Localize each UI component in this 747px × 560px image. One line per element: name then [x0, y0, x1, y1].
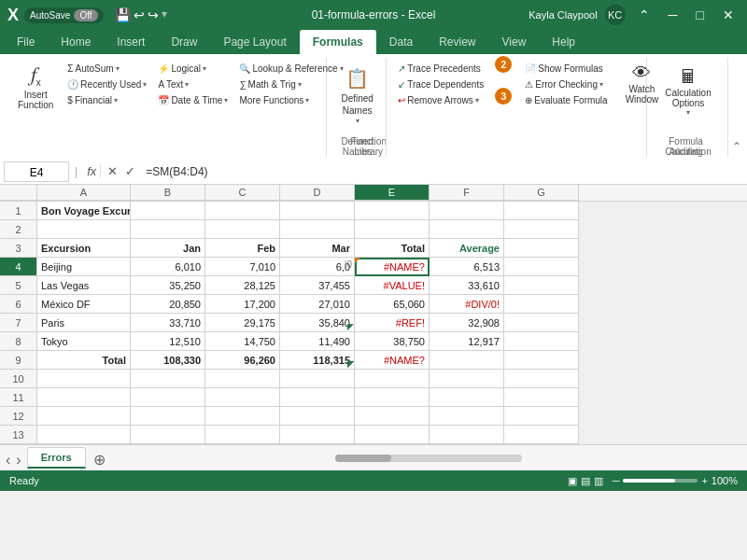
cell-e11[interactable] [355, 388, 430, 407]
text-button[interactable]: A Text ▾ [154, 77, 232, 91]
cell-f9[interactable] [430, 351, 504, 370]
cell-g13[interactable] [504, 426, 579, 444]
col-header-f[interactable]: F [430, 185, 504, 201]
cell-e12[interactable] [355, 407, 430, 426]
cell-e1[interactable] [355, 202, 430, 220]
autosave-toggle[interactable]: AutoSave Off [24, 7, 104, 23]
cell-a2[interactable] [37, 220, 131, 239]
cell-e13[interactable] [355, 426, 430, 444]
cell-c4[interactable]: 7,010 [205, 258, 280, 276]
cell-d7[interactable]: 35,840 ◤ [280, 314, 355, 332]
normal-view-btn[interactable]: ▣ [568, 475, 577, 487]
cell-f3[interactable]: Average [430, 239, 504, 258]
autosum-button[interactable]: Σ AutoSum ▾ [63, 62, 150, 76]
cell-a13[interactable] [37, 426, 131, 444]
cell-b6[interactable]: 20,850 [131, 295, 205, 314]
ribbon-toggle-btn[interactable]: ⌃ [633, 6, 655, 24]
cell-g11[interactable] [504, 388, 579, 407]
cell-f12[interactable] [430, 407, 504, 426]
autosum-dropdown[interactable]: ▾ [116, 64, 120, 73]
cell-e4[interactable]: #NAME? [355, 258, 430, 276]
name-box[interactable]: E4 [4, 161, 69, 182]
col-header-b[interactable]: B [131, 185, 205, 201]
autosave-state[interactable]: Off [74, 9, 97, 21]
cell-a10[interactable] [37, 370, 131, 388]
cell-d4[interactable]: 6,0 |0 [280, 258, 355, 276]
cell-a8[interactable]: Tokyo [37, 332, 131, 351]
cell-g6[interactable] [504, 295, 579, 314]
cell-g7[interactable] [504, 314, 579, 332]
cell-e8[interactable]: 38,750 [355, 332, 430, 351]
cell-d12[interactable] [280, 407, 355, 426]
cell-c8[interactable]: 14,750 [205, 332, 280, 351]
page-layout-btn[interactable]: ▤ [581, 475, 590, 487]
text-dropdown[interactable]: ▾ [185, 80, 189, 89]
error-checking-button[interactable]: ⚠ Error Checking ▾ [521, 77, 611, 91]
cell-g3[interactable] [504, 239, 579, 258]
cell-a4[interactable]: Beijing [37, 258, 131, 276]
more-functions-dropdown[interactable]: ▾ [305, 96, 309, 105]
cell-f8[interactable]: 12,917 [430, 332, 504, 351]
minimize-btn[interactable]: ─ [663, 6, 684, 24]
zoom-out-btn[interactable]: ─ [613, 475, 620, 486]
cell-b10[interactable] [131, 370, 205, 388]
tab-page-layout[interactable]: Page Layout [210, 30, 299, 54]
row-header-1[interactable]: 1 [0, 202, 37, 220]
row-header-7[interactable]: 7 [0, 314, 37, 332]
add-sheet-button[interactable]: ⊕ [88, 451, 111, 469]
cell-g4[interactable] [504, 258, 579, 276]
cell-f7[interactable]: 32,908 [430, 314, 504, 332]
cell-a11[interactable] [37, 388, 131, 407]
page-break-btn[interactable]: ▥ [594, 475, 603, 487]
tab-home[interactable]: Home [48, 30, 104, 54]
cell-a1[interactable]: Bon Voyage Excursions [37, 202, 131, 220]
row-header-5[interactable]: 5 [0, 276, 37, 295]
cell-a6[interactable]: México DF [37, 295, 131, 314]
col-header-a[interactable]: A [37, 185, 131, 201]
tab-help[interactable]: Help [539, 30, 588, 54]
row-header-3[interactable]: 3 [0, 239, 37, 258]
cell-c1[interactable] [205, 202, 280, 220]
cell-b13[interactable] [131, 426, 205, 444]
close-btn[interactable]: ✕ [717, 6, 740, 24]
sheet-nav-prev[interactable]: ‹ [6, 452, 10, 469]
cell-c5[interactable]: 28,125 [205, 276, 280, 295]
cell-b12[interactable] [131, 407, 205, 426]
cell-e2[interactable] [355, 220, 430, 239]
maximize-btn[interactable]: □ [691, 6, 710, 24]
cell-e3[interactable]: Total [355, 239, 430, 258]
row-header-10[interactable]: 10 [0, 370, 37, 388]
row-header-6[interactable]: 6 [0, 295, 37, 314]
cell-g5[interactable] [504, 276, 579, 295]
cell-g1[interactable] [504, 202, 579, 220]
cell-b9[interactable]: 108,330 [131, 351, 205, 370]
tab-review[interactable]: Review [426, 30, 488, 54]
cell-f11[interactable] [430, 388, 504, 407]
cell-a3[interactable]: Excursion [37, 239, 131, 258]
show-formulas-button[interactable]: 📄 Show Formulas [521, 62, 611, 76]
financial-button[interactable]: $ Financial ▾ [63, 93, 150, 107]
sheet-nav-next[interactable]: › [16, 452, 21, 469]
cell-f2[interactable] [430, 220, 504, 239]
cell-g8[interactable] [504, 332, 579, 351]
tab-view[interactable]: View [489, 30, 540, 54]
logical-button[interactable]: ⚡ Logical ▾ [154, 62, 232, 76]
sheet-tab-errors[interactable]: Errors [27, 447, 86, 469]
cell-c9[interactable]: 96,260 [205, 351, 280, 370]
tab-file[interactable]: File [4, 30, 48, 54]
col-header-d[interactable]: D [280, 185, 355, 201]
calculation-options-button[interactable]: 🖩 Calculation Options ▾ [655, 62, 722, 121]
cancel-formula-icon[interactable]: ✕ [105, 163, 120, 179]
tab-draw[interactable]: Draw [158, 30, 210, 54]
cell-g2[interactable] [504, 220, 579, 239]
cell-d5[interactable]: 37,455 [280, 276, 355, 295]
zoom-slider[interactable] [623, 479, 698, 483]
cell-e7[interactable]: #REF! [355, 314, 430, 332]
cell-d8[interactable]: 11,490 [280, 332, 355, 351]
cell-c3[interactable]: Feb [205, 239, 280, 258]
save-icon[interactable]: 💾 [115, 7, 131, 22]
financial-dropdown[interactable]: ▾ [114, 96, 118, 105]
row-header-2[interactable]: 2 [0, 220, 37, 239]
cell-b1[interactable] [131, 202, 205, 220]
evaluate-formula-button[interactable]: ⊕ Evaluate Formula [521, 93, 611, 107]
